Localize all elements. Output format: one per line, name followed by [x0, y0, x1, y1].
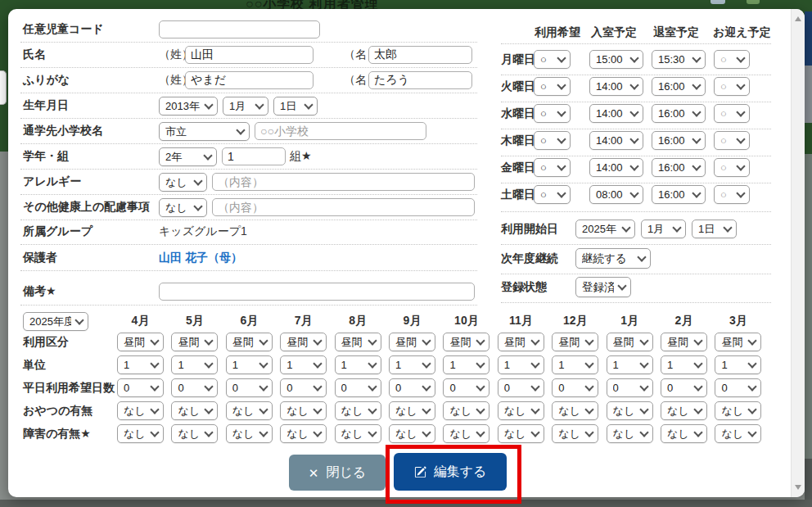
- monthly-select-r0-m1[interactable]: 昼間: [171, 333, 218, 351]
- monthly-select-r3-m9[interactable]: なし: [607, 401, 653, 420]
- monthly-select-r1-m2[interactable]: 1: [226, 355, 273, 374]
- pickup-select-2[interactable]: ○: [714, 104, 750, 123]
- enter-time-select-4[interactable]: 14:00: [589, 158, 643, 177]
- health-detail-input[interactable]: [212, 198, 475, 216]
- monthly-select-r3-m1[interactable]: なし: [171, 401, 218, 420]
- enter-time-select-2[interactable]: 14:00: [589, 104, 643, 123]
- grade-select[interactable]: 2年: [159, 147, 217, 166]
- monthly-select-r4-m2[interactable]: なし: [226, 424, 273, 443]
- note-input[interactable]: [159, 283, 475, 301]
- monthly-select-r2-m0[interactable]: 0: [117, 378, 164, 397]
- monthly-select-r3-m7[interactable]: なし: [498, 401, 544, 420]
- enter-time-select-1[interactable]: 14:00: [589, 77, 643, 96]
- furigana-sei-input[interactable]: [185, 71, 314, 89]
- close-button[interactable]: ✕ 閉じる: [289, 455, 386, 491]
- monthly-select-r1-m10[interactable]: 1: [661, 355, 707, 374]
- status-select[interactable]: 登録済: [575, 277, 631, 297]
- scroll-down-arrow-icon[interactable]: [795, 485, 801, 490]
- pickup-select-0[interactable]: ○: [714, 50, 750, 69]
- wish-select-0[interactable]: ○: [534, 50, 571, 69]
- monthly-select-r4-m6[interactable]: なし: [443, 424, 489, 443]
- monthly-select-r4-m10[interactable]: なし: [661, 424, 707, 443]
- monthly-select-r4-m9[interactable]: なし: [607, 424, 653, 443]
- school-name-input[interactable]: [255, 122, 426, 140]
- monthly-select-r4-m8[interactable]: なし: [552, 424, 598, 443]
- wish-select-1[interactable]: ○: [534, 77, 571, 96]
- monthly-select-r1-m8[interactable]: 1: [552, 355, 598, 374]
- start-day-select[interactable]: 1日: [692, 220, 737, 238]
- class-input[interactable]: [222, 147, 286, 165]
- monthly-select-r1-m9[interactable]: 1: [607, 355, 653, 374]
- monthly-select-r0-m4[interactable]: 昼間: [335, 333, 381, 351]
- monthly-select-r2-m8[interactable]: 0: [552, 378, 598, 397]
- leave-time-select-1[interactable]: 16:00: [652, 77, 706, 96]
- allergy-select[interactable]: なし: [159, 173, 207, 192]
- pickup-select-3[interactable]: ○: [714, 131, 750, 150]
- start-year-select[interactable]: 2025年: [575, 220, 635, 238]
- monthly-select-r0-m9[interactable]: 昼間: [607, 333, 653, 351]
- pickup-select-1[interactable]: ○: [714, 77, 750, 96]
- wish-select-5[interactable]: ○: [534, 185, 571, 204]
- monthly-select-r4-m5[interactable]: なし: [389, 424, 435, 443]
- monthly-select-r0-m7[interactable]: 昼間: [498, 333, 544, 351]
- monthly-select-r3-m10[interactable]: なし: [661, 401, 707, 420]
- monthly-select-r4-m11[interactable]: なし: [715, 424, 761, 443]
- leave-time-select-4[interactable]: 16:00: [652, 158, 706, 177]
- enter-time-select-0[interactable]: 15:00: [589, 50, 643, 69]
- enter-time-select-3[interactable]: 14:00: [589, 131, 643, 150]
- guardian-link[interactable]: 山田 花子（母）: [159, 251, 242, 265]
- monthly-select-r0-m6[interactable]: 昼間: [443, 333, 489, 351]
- monthly-select-r0-m10[interactable]: 昼間: [661, 333, 707, 351]
- furigana-mei-input[interactable]: [368, 71, 472, 89]
- leave-time-select-0[interactable]: 15:30: [652, 50, 706, 69]
- monthly-select-r2-m11[interactable]: 0: [715, 378, 761, 397]
- monthly-select-r3-m5[interactable]: なし: [389, 401, 435, 420]
- monthly-select-r0-m11[interactable]: 昼間: [715, 333, 761, 351]
- monthly-select-r2-m10[interactable]: 0: [661, 378, 707, 397]
- monthly-select-r1-m4[interactable]: 1: [335, 355, 381, 374]
- enter-time-select-5[interactable]: 08:00: [589, 185, 643, 204]
- school-type-select[interactable]: 市立: [159, 122, 250, 141]
- monthly-select-r4-m3[interactable]: なし: [280, 424, 327, 443]
- monthly-select-r2-m5[interactable]: 0: [389, 378, 435, 397]
- monthly-select-r3-m6[interactable]: なし: [443, 401, 489, 420]
- wish-select-2[interactable]: ○: [534, 104, 571, 123]
- monthly-select-r2-m4[interactable]: 0: [335, 378, 381, 397]
- monthly-select-r1-m7[interactable]: 1: [498, 355, 544, 374]
- birth-month-select[interactable]: 1月: [223, 97, 268, 115]
- monthly-select-r0-m2[interactable]: 昼間: [226, 333, 273, 351]
- edit-button[interactable]: 編集する: [394, 453, 507, 491]
- child-code-input[interactable]: [159, 20, 320, 38]
- leave-time-select-2[interactable]: 16:00: [652, 104, 706, 123]
- monthly-select-r3-m0[interactable]: なし: [117, 401, 164, 420]
- monthly-select-r4-m0[interactable]: なし: [117, 424, 164, 443]
- monthly-select-r0-m3[interactable]: 昼間: [280, 333, 327, 351]
- wish-select-3[interactable]: ○: [534, 131, 571, 150]
- monthly-select-r4-m4[interactable]: なし: [335, 424, 381, 443]
- wish-select-4[interactable]: ○: [534, 158, 571, 177]
- name-mei-input[interactable]: [368, 46, 472, 64]
- monthly-select-r0-m8[interactable]: 昼間: [552, 333, 598, 351]
- monthly-select-r3-m2[interactable]: なし: [226, 401, 273, 420]
- monthly-select-r1-m1[interactable]: 1: [171, 355, 218, 374]
- monthly-select-r1-m6[interactable]: 1: [443, 355, 489, 374]
- start-month-select[interactable]: 1月: [641, 220, 686, 238]
- monthly-select-r0-m5[interactable]: 昼間: [389, 333, 435, 351]
- pickup-select-5[interactable]: ○: [714, 185, 750, 204]
- birth-year-select[interactable]: 2013年: [159, 97, 218, 115]
- monthly-select-r3-m11[interactable]: なし: [715, 401, 761, 420]
- monthly-select-r1-m3[interactable]: 1: [280, 355, 327, 374]
- health-select[interactable]: なし: [159, 198, 207, 217]
- monthly-select-r2-m6[interactable]: 0: [443, 378, 489, 397]
- modal-scrollbar[interactable]: [791, 9, 805, 497]
- allergy-detail-input[interactable]: [212, 173, 475, 191]
- next-year-select[interactable]: 継続する: [575, 248, 651, 269]
- monthly-select-r3-m3[interactable]: なし: [280, 401, 327, 420]
- monthly-select-r2-m1[interactable]: 0: [171, 378, 218, 397]
- monthly-select-r2-m9[interactable]: 0: [607, 378, 653, 397]
- pickup-select-4[interactable]: ○: [714, 158, 750, 177]
- monthly-select-r1-m0[interactable]: 1: [117, 355, 164, 374]
- fiscal-year-select[interactable]: 2025年度: [23, 312, 88, 331]
- monthly-select-r2-m3[interactable]: 0: [280, 378, 327, 397]
- monthly-select-r2-m7[interactable]: 0: [498, 378, 544, 397]
